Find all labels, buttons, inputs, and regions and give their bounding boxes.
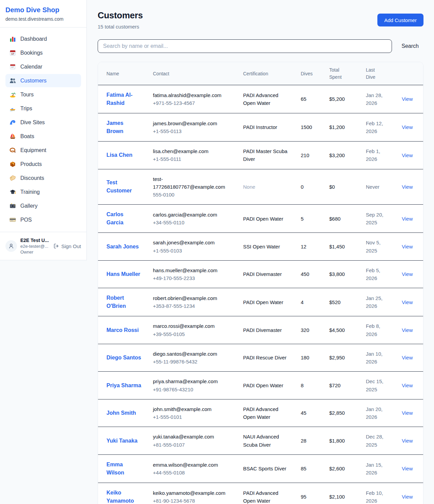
customer-name-link[interactable]: Carlos Garcia [106, 210, 142, 227]
wave-icon [9, 119, 16, 126]
view-customer-link[interactable]: View [402, 355, 413, 360]
view-customer-link[interactable]: View [402, 271, 413, 277]
customers-table: Name Contact Certification Dives Total S… [98, 62, 423, 504]
sidebar-item-gallery[interactable]: Gallery [5, 199, 81, 212]
sidebar-item-label: Trips [20, 106, 32, 112]
customer-certification: PADI Instructor [243, 123, 277, 131]
customer-name-link[interactable]: Diego Santos [106, 354, 141, 362]
sidebar-item-dive-sites[interactable]: Dive Sites [5, 116, 81, 129]
sidebar-item-customers[interactable]: Customers [5, 74, 81, 87]
customer-row: Lisa Chen lisa.chen@example.com +1-555-0… [98, 142, 423, 169]
bar-chart-icon [9, 36, 16, 42]
customer-name-link[interactable]: Robert O'Brien [106, 294, 142, 310]
sidebar-item-dashboard[interactable]: Dashboard [5, 32, 81, 45]
customer-phone: +44-555-0108 [153, 469, 235, 477]
view-customer-link[interactable]: View [402, 96, 413, 102]
customer-email: marco.rossi@example.com [153, 322, 235, 330]
customer-phone: +1-555-0113 [153, 127, 235, 135]
view-customer-link[interactable]: View [402, 438, 413, 444]
customer-row: Robert O'Brien robert.obrien@example.com… [98, 288, 423, 316]
customer-email: sarah.jones@example.com [153, 239, 235, 246]
customer-total-spent: $2,100 [329, 494, 345, 500]
customer-phone: +81-90-1234-5678 [153, 497, 235, 504]
view-customer-link[interactable]: View [402, 494, 413, 500]
sidebar-item-label: Gallery [20, 203, 38, 209]
search-input[interactable] [98, 39, 392, 53]
sidebar-item-boats[interactable]: Boats [5, 130, 81, 143]
sidebar-item-discounts[interactable]: Discounts [5, 171, 81, 185]
customer-dives: 28 [301, 438, 307, 444]
view-customer-link[interactable]: View [402, 124, 413, 130]
sidebar-item-tours[interactable]: Tours [5, 88, 81, 101]
customer-total-spent: $2,950 [329, 355, 345, 360]
view-customer-link[interactable]: View [402, 327, 413, 333]
customer-row: Emma Wilson emma.wilson@example.com +44-… [98, 454, 423, 483]
add-customer-button[interactable]: Add Customer [377, 14, 423, 26]
sidebar-item-trips[interactable]: Trips [5, 102, 81, 115]
customer-row: Fatima Al-Rashid fatima.alrashid@example… [98, 85, 423, 113]
customer-dives: 5 [301, 216, 303, 222]
customer-name-link[interactable]: Fatima Al-Rashid [106, 91, 142, 107]
customer-row: Yuki Tanaka yuki.tanaka@example.com +81-… [98, 427, 423, 455]
sidebar-item-equipment[interactable]: Equipment [5, 144, 81, 157]
customer-row: Test Customer test-1772681807767@example… [98, 169, 423, 205]
customer-certification: PADI Master Scuba Diver [243, 147, 290, 163]
customer-name-link[interactable]: John Smith [106, 409, 136, 417]
customer-phone: 555-0100 [153, 191, 235, 199]
customer-name-link[interactable]: Keiko Yamamoto [106, 489, 142, 504]
sidebar: Demo Dive Shop demo.test.divestreams.com… [0, 0, 87, 260]
sidebar-item-products[interactable]: Products [5, 157, 81, 171]
sidebar-item-pos[interactable]: POS [5, 213, 81, 226]
customer-name-link[interactable]: Sarah Jones [106, 243, 139, 251]
customer-last-dive: Jan 25, 2026 [366, 294, 387, 310]
customer-dives: 180 [301, 355, 309, 360]
view-customer-link[interactable]: View [402, 382, 413, 388]
view-customer-link[interactable]: View [402, 184, 413, 190]
column-header-certification: Certification [239, 62, 297, 85]
view-customer-link[interactable]: View [402, 152, 413, 158]
app-layout: Demo Dive Shop demo.test.divestreams.com… [0, 0, 434, 504]
sidebar-item-training[interactable]: Training [5, 185, 81, 199]
credit-card-icon [9, 217, 16, 223]
customer-row: Keiko Yamamoto keiko.yamamoto@example.co… [98, 483, 423, 504]
sidebar-item-calendar[interactable]: Calendar [5, 60, 81, 73]
customer-phone: +39-555-0105 [153, 330, 235, 338]
customer-total-spent: $5,200 [329, 96, 345, 102]
view-customer-link[interactable]: View [402, 216, 413, 222]
view-customer-link[interactable]: View [402, 466, 413, 471]
view-customer-link[interactable]: View [402, 410, 413, 416]
avatar [5, 240, 17, 252]
customer-dives: 12 [301, 244, 307, 249]
user-role: Owner [20, 249, 50, 255]
customer-total-spent: $2,850 [329, 410, 345, 416]
customer-certification: NAUI Advanced Scuba Diver [243, 433, 290, 449]
customer-certification: PADI Divemaster [243, 326, 282, 334]
customer-last-dive: Jan 28, 2026 [366, 91, 387, 107]
customer-last-dive: Jan 15, 2026 [366, 461, 387, 477]
customer-email: lisa.chen@example.com [153, 147, 235, 155]
page-title: Customers [98, 10, 143, 21]
customer-name-link[interactable]: Yuki Tanaka [106, 437, 137, 445]
view-customer-link[interactable]: View [402, 244, 413, 249]
sign-out-button[interactable]: Sign Out [54, 243, 81, 249]
customer-name-link[interactable]: Emma Wilson [106, 461, 142, 477]
customer-email: yuki.tanaka@example.com [153, 433, 235, 441]
customer-name-link[interactable]: Lisa Chen [106, 151, 132, 159]
customer-name-link[interactable]: Priya Sharma [106, 381, 141, 390]
customer-name-link[interactable]: Test Customer [106, 179, 142, 195]
sidebar-item-bookings[interactable]: 17 Bookings [5, 46, 81, 59]
customer-name-link[interactable]: Hans Mueller [106, 270, 140, 278]
search-bar: Search [98, 39, 423, 53]
sidebar-item-label: Bookings [20, 50, 43, 56]
search-button[interactable]: Search [397, 40, 423, 52]
view-customer-link[interactable]: View [402, 299, 413, 305]
customer-certification: None [243, 183, 255, 191]
sidebar-item-label: Discounts [20, 175, 44, 181]
customer-name-link[interactable]: Marco Rossi [106, 326, 139, 334]
customer-email: keiko.yamamoto@example.com [153, 489, 235, 497]
customer-last-dive: Feb 10, 2026 [366, 489, 387, 504]
customer-email: test-1772681807767@example.com [153, 175, 235, 191]
customer-name-link[interactable]: James Brown [106, 119, 142, 135]
customer-table-body: Fatima Al-Rashid fatima.alrashid@example… [98, 85, 423, 504]
customer-phone: +353-87-555-1234 [153, 302, 235, 310]
